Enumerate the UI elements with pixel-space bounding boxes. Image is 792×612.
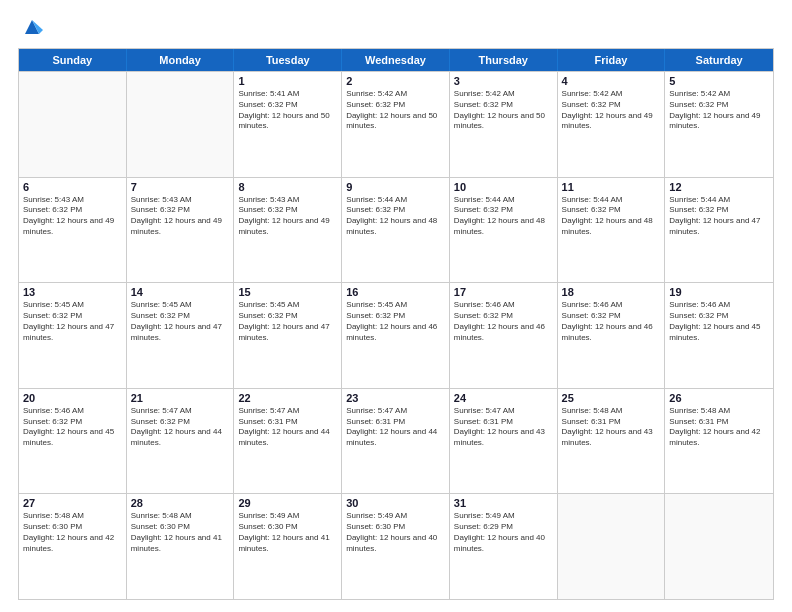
logo-icon xyxy=(21,16,43,38)
day-number: 21 xyxy=(131,392,230,404)
page: SundayMondayTuesdayWednesdayThursdayFrid… xyxy=(0,0,792,612)
day-info: Sunrise: 5:42 AM Sunset: 6:32 PM Dayligh… xyxy=(346,89,445,132)
day-info: Sunrise: 5:41 AM Sunset: 6:32 PM Dayligh… xyxy=(238,89,337,132)
day-info: Sunrise: 5:44 AM Sunset: 6:32 PM Dayligh… xyxy=(669,195,769,238)
day-cell-3: 3Sunrise: 5:42 AM Sunset: 6:32 PM Daylig… xyxy=(450,72,558,177)
day-cell-7: 7Sunrise: 5:43 AM Sunset: 6:32 PM Daylig… xyxy=(127,178,235,283)
day-info: Sunrise: 5:42 AM Sunset: 6:32 PM Dayligh… xyxy=(454,89,553,132)
day-number: 4 xyxy=(562,75,661,87)
day-cell-6: 6Sunrise: 5:43 AM Sunset: 6:32 PM Daylig… xyxy=(19,178,127,283)
day-info: Sunrise: 5:49 AM Sunset: 6:29 PM Dayligh… xyxy=(454,511,553,554)
day-cell-20: 20Sunrise: 5:46 AM Sunset: 6:32 PM Dayli… xyxy=(19,389,127,494)
day-cell-1: 1Sunrise: 5:41 AM Sunset: 6:32 PM Daylig… xyxy=(234,72,342,177)
day-cell-15: 15Sunrise: 5:45 AM Sunset: 6:32 PM Dayli… xyxy=(234,283,342,388)
weekday-header-friday: Friday xyxy=(558,49,666,71)
day-cell-29: 29Sunrise: 5:49 AM Sunset: 6:30 PM Dayli… xyxy=(234,494,342,599)
day-info: Sunrise: 5:45 AM Sunset: 6:32 PM Dayligh… xyxy=(23,300,122,343)
day-cell-12: 12Sunrise: 5:44 AM Sunset: 6:32 PM Dayli… xyxy=(665,178,773,283)
empty-cell xyxy=(19,72,127,177)
day-cell-17: 17Sunrise: 5:46 AM Sunset: 6:32 PM Dayli… xyxy=(450,283,558,388)
day-number: 11 xyxy=(562,181,661,193)
day-number: 22 xyxy=(238,392,337,404)
day-info: Sunrise: 5:48 AM Sunset: 6:31 PM Dayligh… xyxy=(669,406,769,449)
day-number: 27 xyxy=(23,497,122,509)
day-cell-31: 31Sunrise: 5:49 AM Sunset: 6:29 PM Dayli… xyxy=(450,494,558,599)
day-info: Sunrise: 5:43 AM Sunset: 6:32 PM Dayligh… xyxy=(131,195,230,238)
day-cell-19: 19Sunrise: 5:46 AM Sunset: 6:32 PM Dayli… xyxy=(665,283,773,388)
empty-cell xyxy=(665,494,773,599)
day-number: 17 xyxy=(454,286,553,298)
day-number: 10 xyxy=(454,181,553,193)
day-number: 19 xyxy=(669,286,769,298)
day-number: 24 xyxy=(454,392,553,404)
day-number: 29 xyxy=(238,497,337,509)
day-number: 15 xyxy=(238,286,337,298)
day-info: Sunrise: 5:49 AM Sunset: 6:30 PM Dayligh… xyxy=(346,511,445,554)
weekday-header-thursday: Thursday xyxy=(450,49,558,71)
day-info: Sunrise: 5:47 AM Sunset: 6:31 PM Dayligh… xyxy=(238,406,337,449)
day-number: 23 xyxy=(346,392,445,404)
day-info: Sunrise: 5:44 AM Sunset: 6:32 PM Dayligh… xyxy=(346,195,445,238)
day-info: Sunrise: 5:44 AM Sunset: 6:32 PM Dayligh… xyxy=(562,195,661,238)
day-cell-28: 28Sunrise: 5:48 AM Sunset: 6:30 PM Dayli… xyxy=(127,494,235,599)
day-info: Sunrise: 5:47 AM Sunset: 6:32 PM Dayligh… xyxy=(131,406,230,449)
day-info: Sunrise: 5:44 AM Sunset: 6:32 PM Dayligh… xyxy=(454,195,553,238)
weekday-header-saturday: Saturday xyxy=(665,49,773,71)
weekday-header-tuesday: Tuesday xyxy=(234,49,342,71)
week-row-4: 20Sunrise: 5:46 AM Sunset: 6:32 PM Dayli… xyxy=(19,388,773,494)
day-number: 30 xyxy=(346,497,445,509)
day-cell-21: 21Sunrise: 5:47 AM Sunset: 6:32 PM Dayli… xyxy=(127,389,235,494)
day-cell-23: 23Sunrise: 5:47 AM Sunset: 6:31 PM Dayli… xyxy=(342,389,450,494)
calendar-header-row: SundayMondayTuesdayWednesdayThursdayFrid… xyxy=(19,49,773,71)
day-cell-22: 22Sunrise: 5:47 AM Sunset: 6:31 PM Dayli… xyxy=(234,389,342,494)
day-number: 18 xyxy=(562,286,661,298)
week-row-2: 6Sunrise: 5:43 AM Sunset: 6:32 PM Daylig… xyxy=(19,177,773,283)
day-info: Sunrise: 5:46 AM Sunset: 6:32 PM Dayligh… xyxy=(562,300,661,343)
day-number: 13 xyxy=(23,286,122,298)
day-cell-13: 13Sunrise: 5:45 AM Sunset: 6:32 PM Dayli… xyxy=(19,283,127,388)
weekday-header-monday: Monday xyxy=(127,49,235,71)
day-cell-9: 9Sunrise: 5:44 AM Sunset: 6:32 PM Daylig… xyxy=(342,178,450,283)
day-number: 14 xyxy=(131,286,230,298)
day-number: 25 xyxy=(562,392,661,404)
day-number: 2 xyxy=(346,75,445,87)
day-number: 12 xyxy=(669,181,769,193)
day-cell-5: 5Sunrise: 5:42 AM Sunset: 6:32 PM Daylig… xyxy=(665,72,773,177)
day-number: 8 xyxy=(238,181,337,193)
day-cell-11: 11Sunrise: 5:44 AM Sunset: 6:32 PM Dayli… xyxy=(558,178,666,283)
empty-cell xyxy=(127,72,235,177)
day-info: Sunrise: 5:46 AM Sunset: 6:32 PM Dayligh… xyxy=(454,300,553,343)
day-cell-25: 25Sunrise: 5:48 AM Sunset: 6:31 PM Dayli… xyxy=(558,389,666,494)
day-cell-30: 30Sunrise: 5:49 AM Sunset: 6:30 PM Dayli… xyxy=(342,494,450,599)
weekday-header-wednesday: Wednesday xyxy=(342,49,450,71)
header xyxy=(18,18,774,38)
logo xyxy=(18,18,43,38)
day-info: Sunrise: 5:45 AM Sunset: 6:32 PM Dayligh… xyxy=(346,300,445,343)
day-number: 9 xyxy=(346,181,445,193)
day-cell-10: 10Sunrise: 5:44 AM Sunset: 6:32 PM Dayli… xyxy=(450,178,558,283)
day-cell-14: 14Sunrise: 5:45 AM Sunset: 6:32 PM Dayli… xyxy=(127,283,235,388)
empty-cell xyxy=(558,494,666,599)
day-number: 1 xyxy=(238,75,337,87)
day-cell-18: 18Sunrise: 5:46 AM Sunset: 6:32 PM Dayli… xyxy=(558,283,666,388)
day-info: Sunrise: 5:47 AM Sunset: 6:31 PM Dayligh… xyxy=(346,406,445,449)
day-number: 7 xyxy=(131,181,230,193)
day-cell-26: 26Sunrise: 5:48 AM Sunset: 6:31 PM Dayli… xyxy=(665,389,773,494)
day-info: Sunrise: 5:46 AM Sunset: 6:32 PM Dayligh… xyxy=(669,300,769,343)
day-info: Sunrise: 5:48 AM Sunset: 6:31 PM Dayligh… xyxy=(562,406,661,449)
day-cell-2: 2Sunrise: 5:42 AM Sunset: 6:32 PM Daylig… xyxy=(342,72,450,177)
day-cell-8: 8Sunrise: 5:43 AM Sunset: 6:32 PM Daylig… xyxy=(234,178,342,283)
day-number: 31 xyxy=(454,497,553,509)
day-info: Sunrise: 5:45 AM Sunset: 6:32 PM Dayligh… xyxy=(131,300,230,343)
day-number: 6 xyxy=(23,181,122,193)
week-row-3: 13Sunrise: 5:45 AM Sunset: 6:32 PM Dayli… xyxy=(19,282,773,388)
calendar: SundayMondayTuesdayWednesdayThursdayFrid… xyxy=(18,48,774,600)
day-info: Sunrise: 5:48 AM Sunset: 6:30 PM Dayligh… xyxy=(131,511,230,554)
day-number: 20 xyxy=(23,392,122,404)
day-number: 5 xyxy=(669,75,769,87)
day-cell-27: 27Sunrise: 5:48 AM Sunset: 6:30 PM Dayli… xyxy=(19,494,127,599)
day-info: Sunrise: 5:43 AM Sunset: 6:32 PM Dayligh… xyxy=(23,195,122,238)
day-info: Sunrise: 5:45 AM Sunset: 6:32 PM Dayligh… xyxy=(238,300,337,343)
weekday-header-sunday: Sunday xyxy=(19,49,127,71)
day-info: Sunrise: 5:48 AM Sunset: 6:30 PM Dayligh… xyxy=(23,511,122,554)
